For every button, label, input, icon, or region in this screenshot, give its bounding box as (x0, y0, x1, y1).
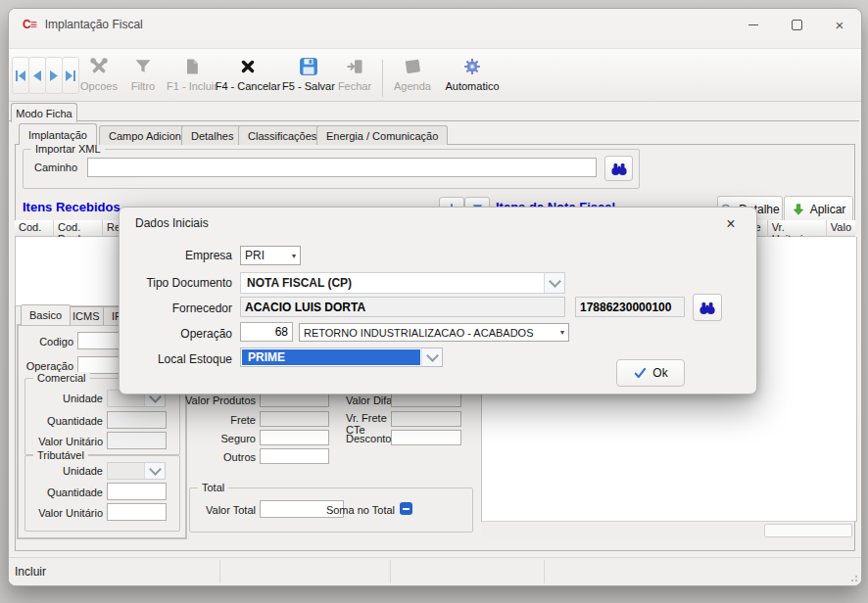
app-logo-icon: C≡ (23, 18, 36, 31)
frete-label: Frete (185, 414, 256, 426)
apply-arrow-icon (792, 203, 805, 216)
nav-prev-icon (32, 70, 42, 81)
tab-detalhes-label: Detalhes (191, 130, 233, 142)
hscrollbar-thumb[interactable] (764, 524, 852, 537)
aplicar-button[interactable]: Aplicar (784, 196, 853, 222)
operacao-label: Operação (124, 327, 232, 341)
total-legend: Total (198, 482, 228, 493)
agenda-label: Agenda (394, 80, 431, 92)
document-icon (179, 54, 205, 79)
tab-campo-adicional-label: Campo Adicional (109, 130, 190, 142)
tributavel-unidade-combo[interactable] (107, 462, 166, 480)
frete-input[interactable] (260, 411, 329, 427)
tipo-documento-label: Tipo Documento (124, 276, 232, 290)
tributavel-quantidade-input[interactable] (107, 483, 167, 500)
comercial-legend: Comercial (33, 372, 90, 384)
nav-next-button[interactable] (45, 57, 63, 94)
itens-nota-hscrollbar[interactable] (482, 521, 854, 538)
fornecedor-doc-input[interactable] (575, 297, 685, 317)
binoculars-icon (610, 161, 628, 176)
operacao-form-label: Operação (19, 360, 73, 372)
options-label: Opcoes (80, 80, 118, 92)
empresa-value: PRI (245, 249, 265, 262)
tributavel-valor-unitario-input[interactable] (107, 503, 167, 521)
window-controls: × (732, 9, 861, 40)
col-valo[interactable]: Valo (827, 220, 855, 237)
close-form-label: Fechar (338, 80, 371, 92)
soma-no-total-checkbox[interactable] (400, 502, 412, 515)
options-button[interactable]: Opcoes (74, 54, 123, 99)
empresa-combo[interactable]: PRI ▾ (240, 246, 301, 265)
status-separator-1 (219, 560, 220, 583)
nav-prev-button[interactable] (28, 57, 46, 94)
tab-modo-ficha[interactable]: Modo Ficha (11, 103, 77, 122)
status-separator-2 (390, 560, 391, 583)
seguro-input[interactable] (260, 430, 329, 445)
save-label: F5 - Salvar (282, 80, 335, 92)
caminho-input[interactable] (87, 158, 597, 177)
empresa-label: Empresa (124, 249, 232, 262)
dialog-close-button[interactable]: × (717, 213, 745, 235)
local-estoque-value: PRIME (242, 349, 420, 365)
resize-grip[interactable] (848, 573, 858, 582)
valor-produtos-label: Valor Produtos (185, 394, 256, 406)
ok-button[interactable]: Ok (616, 359, 685, 387)
binoculars-icon (699, 300, 716, 315)
tributavel-quantidade-label: Quantidade (32, 487, 103, 498)
nav-first-button[interactable] (12, 57, 29, 94)
outros-input[interactable] (260, 448, 329, 464)
tab-energia-comunicacao[interactable]: Energia / Comunicação (316, 125, 448, 145)
vr-frete-cte-input[interactable] (391, 411, 461, 427)
outros-label: Outros (185, 451, 256, 463)
tab-classificacoes-label: Classificações (248, 130, 316, 142)
local-estoque-combo[interactable]: PRIME (240, 348, 443, 367)
maximize-button[interactable] (775, 9, 818, 40)
tab-basico[interactable]: Basico (21, 304, 71, 325)
save-button[interactable]: F5 - Salvar (279, 54, 338, 99)
status-text: Incluir (15, 565, 46, 579)
close-button[interactable]: × (818, 9, 861, 40)
cancel-button[interactable]: F4 - Cancelar (213, 54, 283, 99)
operacao-combo[interactable]: RETORNO INDUSTRIALIZACAO - ACABADOS ▾ (299, 323, 569, 342)
desconto-label: Desconto (346, 433, 395, 444)
operacao-dropdown-arrow-icon: ▾ (560, 328, 564, 337)
itens-recebidos-title: Itens Recebidos (23, 200, 121, 214)
aplicar-label: Aplicar (810, 203, 846, 216)
col-cod-prod[interactable]: Cod. Prod. (54, 220, 103, 237)
minimize-button[interactable] (732, 9, 775, 40)
dialog-close-icon: × (726, 215, 735, 233)
tipo-documento-value: NOTA FISCAL (CP) (241, 273, 544, 293)
local-estoque-chevron-icon (421, 348, 442, 366)
toolbar-separator (382, 60, 383, 97)
tab-implantacao[interactable]: Implantação (19, 123, 97, 145)
status-separator-3 (544, 560, 545, 583)
comercial-valor-unitario-input[interactable] (107, 432, 167, 449)
nav-next-icon (49, 70, 59, 81)
valor-total-label: Valor Total (195, 504, 256, 516)
tab-icms-label: ICMS (72, 310, 100, 322)
caminho-search-button[interactable] (604, 156, 633, 181)
fornecedor-input[interactable] (240, 297, 565, 317)
nav-first-icon (15, 70, 26, 81)
desconto-input[interactable] (391, 430, 461, 445)
comercial-quantidade-label: Quantidade (32, 415, 103, 427)
agenda-button[interactable]: Agenda (387, 54, 438, 99)
exit-door-icon (342, 54, 367, 79)
tab-classificacoes[interactable]: Classificações (238, 125, 326, 145)
maximize-icon (792, 20, 802, 30)
automatic-button[interactable]: Automatico (442, 54, 503, 99)
tipo-documento-combo[interactable]: NOTA FISCAL (CP) (240, 272, 565, 294)
tab-modo-ficha-label: Modo Ficha (16, 108, 72, 119)
close-form-button[interactable]: Fechar (332, 54, 377, 99)
col-cod[interactable]: Cod. (15, 220, 54, 237)
col-vr-unitario[interactable]: Vr. Unitario (768, 220, 827, 237)
comercial-quantidade-input[interactable] (107, 411, 167, 429)
floppy-disk-icon (296, 54, 321, 79)
tab-detalhes[interactable]: Detalhes (181, 125, 243, 145)
operacao-code-input[interactable] (240, 322, 293, 342)
fornecedor-search-button[interactable] (693, 294, 722, 321)
title-bar: C≡ Implantação Fiscal × (9, 9, 861, 40)
status-bar: Incluir (9, 557, 861, 585)
valor-difal-label: Valor Difal (346, 394, 395, 406)
caminho-label: Caminho (34, 162, 77, 173)
